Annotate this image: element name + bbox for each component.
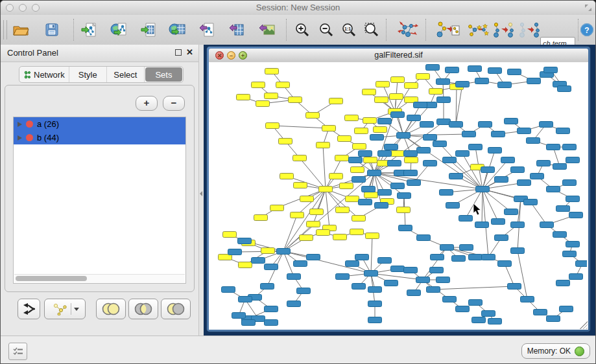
resize-grip-icon[interactable]: [580, 321, 588, 329]
export-network-icon: [199, 22, 216, 38]
open-folder-icon: [12, 23, 29, 37]
help-icon: ?: [580, 23, 594, 37]
split-icon: [22, 302, 36, 315]
toolbar-separator: [386, 19, 387, 41]
zoom-selected-icon: [364, 22, 379, 38]
task-history-button[interactable]: [8, 343, 27, 360]
network-canvas[interactable]: [209, 62, 588, 330]
tab-select[interactable]: Select: [107, 67, 145, 82]
network-desktop: ✕ − + galFiltered.sif: [204, 45, 595, 336]
zoom-in-icon: [294, 22, 310, 38]
control-panel-tabs: Network Style Select Sets: [19, 66, 184, 83]
new-network-from-selection-button[interactable]: [434, 21, 461, 39]
export-table-icon: [229, 22, 246, 38]
expand-arrow-icon[interactable]: [18, 122, 22, 127]
open-file-button[interactable]: [11, 21, 30, 39]
svg-text:?: ?: [584, 26, 589, 35]
show-all-icon: [518, 21, 542, 38]
add-set-button[interactable]: +: [136, 96, 158, 111]
import-network-file-button[interactable]: [80, 21, 99, 39]
control-panel: Control Panel ✕ Network Style Select Set…: [1, 45, 198, 336]
network-tab-icon: [23, 71, 31, 79]
tab-sets[interactable]: Sets: [145, 67, 182, 82]
zoom-selected-region-button[interactable]: [362, 21, 381, 39]
zoom-out-button[interactable]: [316, 21, 336, 39]
show-all-button[interactable]: [517, 21, 543, 39]
union-sets-button[interactable]: [96, 299, 126, 319]
tab-label: Sets: [155, 70, 172, 80]
mouse-cursor: [473, 203, 481, 215]
intersection-venn-icon: [133, 302, 154, 316]
export-network-button[interactable]: [198, 21, 217, 39]
network-from-selection-icon: [435, 21, 460, 39]
difference-sets-button[interactable]: [161, 299, 191, 319]
set-color-dot-icon: [26, 120, 33, 128]
expand-arrow-icon[interactable]: [18, 135, 22, 141]
fullscreen-icon[interactable]: [585, 5, 591, 11]
intersection-sets-button[interactable]: [128, 299, 158, 319]
layout-icon: [397, 21, 419, 39]
hide-selected-button[interactable]: [491, 21, 517, 39]
save-session-button[interactable]: [42, 21, 62, 39]
split-set-button[interactable]: [18, 299, 40, 319]
help-button[interactable]: ?: [577, 21, 596, 39]
first-neighbors-icon: [466, 21, 490, 38]
network-graph: [209, 62, 587, 327]
dropdown-arrow-icon[interactable]: [74, 308, 79, 311]
zoom-actual-size-button[interactable]: 1:1: [339, 21, 359, 39]
set-color-dot-icon: [26, 134, 33, 141]
tab-label: Select: [113, 70, 137, 80]
import-network-url-button[interactable]: [110, 21, 129, 39]
apply-preferred-layout-button[interactable]: [395, 21, 421, 39]
tab-network[interactable]: Network: [19, 67, 69, 82]
import-table-url-button[interactable]: [168, 21, 187, 39]
remove-set-button[interactable]: −: [163, 96, 185, 111]
list-item-set-b[interactable]: b (44): [14, 131, 185, 144]
import-network-url-icon: [110, 22, 128, 38]
network-window-title: galFiltered.sif: [209, 51, 588, 60]
zoom-in-button[interactable]: [292, 21, 312, 39]
first-neighbors-button[interactable]: [465, 21, 491, 39]
import-network-file-icon: [81, 22, 98, 38]
tab-label: Style: [78, 70, 97, 80]
close-panel-icon[interactable]: ✕: [186, 47, 193, 57]
sets-action-bar: [1, 296, 198, 326]
export-table-button[interactable]: [228, 21, 247, 39]
sets-list: a (26) b (44): [13, 117, 186, 284]
import-table-file-button[interactable]: [139, 21, 159, 39]
union-venn-icon: [101, 302, 121, 316]
toolbar-separator: [73, 19, 74, 41]
application-window: Session: New Session: [0, 0, 596, 364]
zoom-out-icon: [318, 22, 334, 38]
scrollbar-thumb[interactable]: [16, 276, 87, 281]
save-floppy-icon: [45, 23, 59, 37]
yellow-network-icon: [51, 302, 68, 315]
tab-style[interactable]: Style: [69, 67, 107, 82]
list-item-set-a[interactable]: a (26): [14, 117, 185, 131]
toolbar-separator: [425, 19, 426, 41]
memory-status-button[interactable]: Memory: OK: [521, 343, 590, 359]
float-panel-icon[interactable]: [175, 49, 182, 56]
button-divider: [71, 303, 71, 315]
collapse-arrow-icon[interactable]: [200, 191, 202, 196]
import-table-file-icon: [141, 22, 158, 38]
svg-text:1:1: 1:1: [344, 27, 351, 31]
network-window[interactable]: ✕ − + galFiltered.sif: [206, 46, 591, 332]
network-window-titlebar[interactable]: ✕ − + galFiltered.sif: [209, 49, 588, 63]
horizontal-scrollbar[interactable]: [14, 274, 185, 282]
control-panel-header: Control Panel ✕: [1, 45, 198, 62]
export-image-icon: [259, 22, 276, 38]
create-set-from-network-button[interactable]: [44, 299, 86, 319]
sets-panel: + − a (26) b (44): [5, 85, 195, 292]
toolbar-drag-handle[interactable]: [3, 20, 7, 40]
set-label: a (26): [37, 119, 59, 129]
status-bar: Memory: OK: [1, 336, 595, 363]
import-table-url-icon: [169, 22, 187, 38]
main-toolbar: 1:1 ?: [1, 15, 595, 45]
task-checklist-icon: [13, 347, 23, 356]
title-bar[interactable]: Session: New Session: [1, 1, 595, 16]
export-image-button[interactable]: [257, 21, 277, 39]
memory-ok-icon: [575, 347, 584, 356]
zoom-one-to-one-icon: 1:1: [341, 22, 357, 38]
hide-selected-icon: [492, 21, 516, 38]
